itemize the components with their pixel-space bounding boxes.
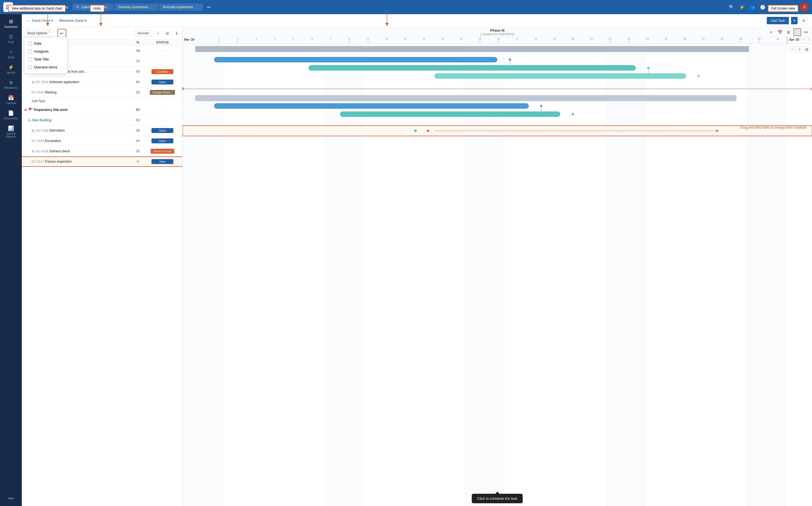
task-status: Open [145,128,180,133]
top-navigation: Home ▾ Feed Projects ↻ Zylker airlines m… [0,0,812,14]
zoom-in-button[interactable]: ＋ [797,46,803,52]
status-badge-open3: Open [152,139,173,143]
task-rows: ⊖ Preparatory Site work 74 - 74 - DC-T61… [22,46,182,506]
milestone-gantt-breadcrumb[interactable]: Milestone Gantt ▾ [59,18,87,23]
phase-icons: ≡ 📅 ⊞ ⛶ ••• [767,28,810,36]
sidebar-item-feed[interactable]: ☰ Feed [1,31,21,46]
col-header-status: STATUS [145,40,180,45]
day-6: 6 [303,37,322,44]
task-pct: 40 [131,70,145,74]
day-8: 8S [340,37,359,44]
nav-tab-donnelly2[interactable]: Donnelly Apartments Cons... [159,4,203,11]
day-17: 17 [508,37,526,44]
gantt-body: Drag and drop tasks to change their sche… [183,44,812,506]
day-11: 11 [396,37,415,44]
day-24: 24 [638,37,657,44]
expand-icon[interactable]: ⊖ [28,118,31,122]
gantt-panel: Phase III ( Created On 04/03/2019) ≡ 📅 ⊞… [183,27,812,506]
sprints-icon: ⚡ [8,64,14,70]
drag-hint: Drag and drop tasks to change their sche… [741,125,807,130]
sidebar-item-tasks[interactable]: ✓ Tasks [1,47,21,61]
gantt-chart-breadcrumb[interactable]: Gantt Chart ▾ [32,18,53,23]
info-icon-btn[interactable]: ℹ [173,30,180,37]
sidebar-label-documents: Documents [4,117,18,120]
day-23: 23S [620,37,638,44]
dropdown-item-assignee[interactable]: Assignee [24,48,67,55]
task-id: DC-T630 [31,91,44,94]
phase-icon-list[interactable]: ≡ [767,28,775,36]
checkbox-date[interactable] [28,42,32,46]
expand-icon[interactable]: ⊖ [31,80,35,84]
grid-icon-btn[interactable]: ⊞ [164,30,171,37]
search-icon[interactable]: 🔍 [728,3,736,11]
sidebar-item-gantt-reports[interactable]: 📊 Gantt & Reports [1,123,21,140]
dropdown-item-date[interactable]: Date [24,39,67,48]
day-14: 14 [452,37,471,44]
gantt-reports-icon: 📊 [8,125,14,131]
apr-days: 1 2 [801,37,812,44]
task-name-new-building[interactable]: New Building [32,118,131,122]
breadcrumb-separator: › [55,18,57,23]
nav-more-tabs[interactable]: ••• [204,4,214,11]
back-button[interactable]: ← [26,18,30,23]
phase-icon-more[interactable]: ••• [802,28,810,36]
expand-icon[interactable]: ⊖ [31,128,35,133]
phase-subtitle: ( Created On 04/03/2019) [480,32,514,36]
avatar[interactable]: D [800,3,809,11]
phase-icon-table[interactable]: ⊞ [785,28,792,36]
dropdown-item-task-title[interactable]: Task Title [24,55,67,63]
zoom-out-button[interactable]: − [790,46,796,52]
svg-rect-10 [626,44,646,506]
phase-icon-fullscreen[interactable]: ⛶ [794,28,801,36]
day-20: 20 [564,37,582,44]
schedule-tooltip: Click to schedule the task [472,494,523,503]
day-28: 28 [713,37,731,44]
feed-icon: ☰ [9,34,13,40]
add-task-dropdown-button[interactable]: ▾ [791,17,798,24]
show-options-button[interactable]: Show Options ˅ [24,30,53,37]
task-list-panel: Show Options ˅ Date Assignee [22,27,183,506]
dashboard-icon: ⊞ [9,18,13,24]
sidebar-item-documents[interactable]: 📄 Documents [1,108,21,122]
sidebar-more[interactable]: ••• [6,494,16,504]
reorder-button[interactable]: Reorder [134,30,152,36]
people-icon[interactable]: 👥 [748,3,756,11]
svg-rect-12 [767,44,787,506]
lightning-icon[interactable]: ⚡ [738,3,746,11]
table-row: ⊖ 🚩 Preparatory Site work 63 - [22,105,182,115]
nav-tab-donnelly1[interactable]: Donnelly Apartments Con... [114,4,158,11]
expand-icon[interactable]: ⊖ [31,149,35,153]
phase-icon-calendar[interactable]: 📅 [776,28,784,36]
phase-title: Phase III [480,28,514,32]
sidebar-label-tasks: Tasks [7,56,14,59]
task-status: New [145,159,180,164]
content-area: ← Gantt Chart ▾ › Milestone Gantt ▾ Add … [22,14,812,506]
sidebar-item-sprints[interactable]: ⚡ Sprints [1,62,21,76]
task-id: DC-T629 [36,80,48,84]
day-29: 29S [731,37,750,44]
day-2: 2S [228,37,247,44]
svg-point-31 [571,113,574,115]
table-row: ⊖ DC-T628 Surface check 30 Issues Found [22,146,182,156]
clock-icon[interactable]: 🕐 [758,3,767,11]
task-status: Open [145,80,180,84]
checkbox-assignee[interactable] [28,50,32,54]
day-13: 13 [433,37,452,44]
dropdown-item-overdue[interactable]: Overdue Items [24,63,67,71]
undo-button[interactable]: ↩ [58,29,66,37]
sidebar-item-dashboard[interactable]: ⊞ Dashboard [1,16,21,30]
filter-button[interactable]: ⊟ [800,17,808,24]
sidebar-item-calendar[interactable]: 📅 Calendar [1,93,21,107]
task-status: Issues Found [145,149,180,154]
sidebar: ⊞ Dashboard ☰ Feed ✓ Tasks ⚡ Sprints ⊕ M… [0,14,22,506]
add-icon-btn[interactable]: ＋ [155,30,162,37]
task-pct: 63 [131,108,145,112]
zoom-reset-button[interactable]: ⊞ [804,46,810,52]
checkbox-task-title[interactable] [28,58,32,61]
expand-icon[interactable]: ⊖ [24,108,27,112]
sidebar-item-milestones[interactable]: ⊕ Milestones [1,77,21,92]
status-badge-open: Open [152,80,173,84]
add-task-button[interactable]: Add Task [767,17,789,24]
checkbox-overdue[interactable] [28,65,32,69]
add-task-link[interactable]: Add Task [22,97,182,105]
